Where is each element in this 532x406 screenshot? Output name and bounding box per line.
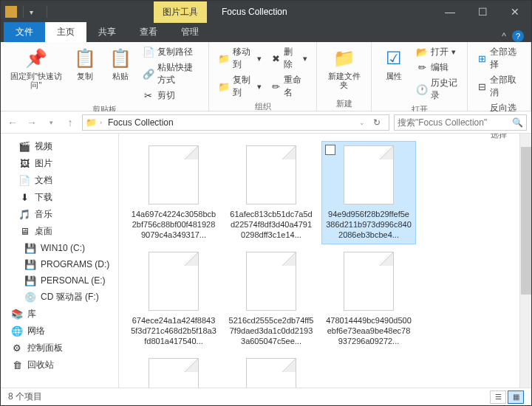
path-icon: 📄 <box>143 47 154 58</box>
file-item[interactable]: 674ece24a1a424f88435f3d721c468d2b5f18a3f… <box>126 247 221 351</box>
sidebar-item-label: 网络 <box>27 325 45 337</box>
sidebar-item[interactable]: 🎬视频 <box>1 138 118 155</box>
scroll-thumb[interactable] <box>521 147 531 295</box>
chevron-right-icon[interactable]: › <box>100 119 102 126</box>
back-button[interactable]: ← <box>5 115 20 130</box>
collapse-ribbon-icon[interactable]: ^ <box>502 31 506 41</box>
file-item[interactable]: 94e9d956f28b29ffef5e386d211b973d996c8402… <box>321 141 416 244</box>
close-button[interactable]: ✕ <box>499 1 531 23</box>
new-folder-button[interactable]: 📁新建文件夹 <box>324 45 364 91</box>
copy-button[interactable]: 📋复制 <box>70 45 100 82</box>
sidebar-item[interactable]: 🖼图片 <box>1 155 118 172</box>
pin-button[interactable]: 📌固定到"快速访问" <box>8 45 64 91</box>
folder-icon: 📁 <box>86 117 97 128</box>
sidebar-item-icon: 🗑 <box>11 359 23 371</box>
organize-group-label: 组织 <box>255 100 271 112</box>
sidebar-item[interactable]: 💿CD 驱动器 (F:) <box>1 289 118 306</box>
open-icon: 📂 <box>416 47 428 58</box>
sidebar-item[interactable]: 💾PROGRAMS (D:) <box>1 256 118 272</box>
search-icon[interactable]: 🔍 <box>512 117 523 128</box>
sidebar-item-icon: 🎬 <box>18 141 30 153</box>
edit-button[interactable]: ✏编辑 <box>415 61 460 75</box>
file-item[interactable]: 61afec813cb51dc7a5dd22574f8df3d40a479102… <box>224 141 318 244</box>
sidebar-item-label: 图片 <box>35 157 52 170</box>
breadcrumb[interactable]: Focus Collection <box>105 117 177 128</box>
open-button[interactable]: 📂打开 ▾ <box>415 45 460 59</box>
sidebar-item-label: 下载 <box>35 191 52 204</box>
tab-file[interactable]: 文件 <box>4 22 45 42</box>
file-icon <box>246 252 296 311</box>
sidebar-item[interactable]: 📚库 <box>1 306 118 323</box>
paste-button[interactable]: 📋粘贴 <box>106 45 135 82</box>
titlebar: ▾ 图片工具 Focus Collection — ☐ ✕ <box>1 1 531 23</box>
sidebar-item[interactable]: ⚙控制面板 <box>1 340 118 357</box>
delete-button[interactable]: ✖删除 ▾ <box>269 45 309 72</box>
file-item[interactable]: bbf14181b4f056e890856e54f13c58b23112538b… <box>224 354 318 388</box>
window-title: Focus Collection <box>222 7 287 17</box>
paste-shortcut-button[interactable]: 🔗粘贴快捷方式 <box>141 61 201 87</box>
file-item[interactable]: 14a697c4224c3058bcb2bf756c88bf00f4819289… <box>126 141 221 244</box>
copy-to-button[interactable]: 📁复制到 ▾ <box>216 73 263 100</box>
folder-icon: 📁 <box>332 47 356 70</box>
move-icon: 📁 <box>218 52 230 64</box>
search-input[interactable] <box>398 117 512 128</box>
delete-icon: ✖ <box>270 52 281 64</box>
file-icon <box>149 145 199 204</box>
sidebar-item[interactable]: ⬇下载 <box>1 189 118 206</box>
sidebar-item-label: PROGRAMS (D:) <box>41 259 109 269</box>
sidebar-item-icon: 🖼 <box>18 158 30 170</box>
sidebar-item-label: 库 <box>27 308 36 320</box>
recent-dropdown[interactable]: ▾ <box>44 115 58 130</box>
sidebar-item[interactable]: 💾WIN10 (C:) <box>1 240 118 256</box>
properties-button[interactable]: ☑属性 <box>379 45 409 82</box>
forward-button[interactable]: → <box>24 115 39 130</box>
file-icon <box>246 358 296 388</box>
scrollbar[interactable] <box>519 134 531 388</box>
search-box[interactable]: 🔍 <box>394 114 527 131</box>
chevron-down-icon[interactable]: ⌄ <box>359 119 365 126</box>
minimize-button[interactable]: — <box>434 1 466 23</box>
tab-home[interactable]: 主页 <box>45 22 86 42</box>
file-icon <box>149 358 199 388</box>
item-count: 8 个项目 <box>8 390 42 403</box>
file-icon <box>344 145 394 204</box>
qat-dropdown-icon[interactable]: ▾ <box>30 8 33 16</box>
status-bar: 8 个项目 ☰ ▦ <box>1 388 531 405</box>
file-item[interactable]: 5216cd2555ce2db74ff57f9daed3da1c0dd21933… <box>224 247 318 351</box>
sidebar-item-label: 桌面 <box>35 225 52 238</box>
tab-view[interactable]: 查看 <box>128 22 169 42</box>
sidebar-item-icon: 💾 <box>24 258 36 270</box>
cut-button[interactable]: ✂剪切 <box>141 89 201 103</box>
rename-button[interactable]: ✏重命名 <box>269 73 309 100</box>
file-pane[interactable]: 14a697c4224c3058bcb2bf756c88bf00f4819289… <box>119 134 519 388</box>
address-box[interactable]: 📁 › Focus Collection ⌄ ↻ <box>82 114 389 131</box>
sidebar-item[interactable]: 💾PERSONAL (E:) <box>1 272 118 289</box>
file-item[interactable]: 478014449bc9490d500ebf6e73eaa9be48ec7893… <box>321 247 416 351</box>
sidebar-item[interactable]: 🌐网络 <box>1 323 118 340</box>
history-button[interactable]: 🕐历史记录 <box>415 76 460 103</box>
tab-share[interactable]: 共享 <box>86 22 128 42</box>
maximize-button[interactable]: ☐ <box>466 1 499 23</box>
sidebar-item-label: 文档 <box>35 174 52 187</box>
refresh-button[interactable]: ↻ <box>368 117 386 128</box>
sidebar-item[interactable]: 🎵音乐 <box>1 206 118 223</box>
select-none-button[interactable]: ⊟全部取消 <box>475 73 523 100</box>
sidebar-item[interactable]: 📄文档 <box>1 172 118 189</box>
details-view-button[interactable]: ☰ <box>490 390 506 404</box>
up-button[interactable]: ↑ <box>63 115 78 130</box>
copy-path-button[interactable]: 📄复制路径 <box>141 45 201 59</box>
sidebar-item-label: 音乐 <box>35 208 52 221</box>
sidebar-item[interactable]: 🖥桌面 <box>1 223 118 240</box>
select-all-button[interactable]: ⊞全部选择 <box>475 45 523 72</box>
icons-view-button[interactable]: ▦ <box>508 390 524 404</box>
sidebar-item[interactable]: 🗑回收站 <box>1 357 118 374</box>
sidebar: 🎬视频🖼图片📄文档⬇下载🎵音乐🖥桌面💾WIN10 (C:)💾PROGRAMS (… <box>1 134 119 388</box>
properties-icon: ☑ <box>382 47 406 70</box>
move-to-button[interactable]: 📁移动到 ▾ <box>216 45 263 72</box>
tab-manage[interactable]: 管理 <box>169 22 211 42</box>
file-item[interactable]: ad466945e328e5bbde0cddd4ce85af3fda65ac1a… <box>126 354 221 388</box>
sidebar-item-label: 视频 <box>35 140 52 153</box>
file-name: 478014449bc9490d500ebf6e73eaa9be48ec7893… <box>326 315 412 346</box>
file-name: 61afec813cb51dc7a5dd22574f8df3d40a479102… <box>228 209 314 240</box>
help-icon[interactable]: ? <box>512 30 524 42</box>
